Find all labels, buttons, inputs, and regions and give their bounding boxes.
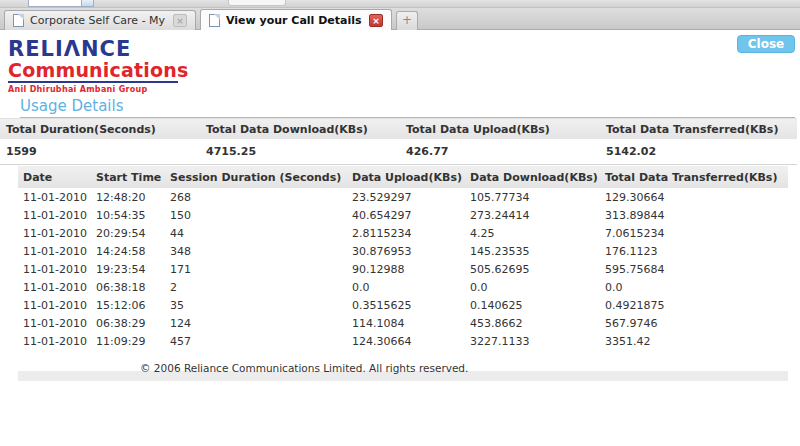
table-cell: 30.876953 [347,242,465,260]
table-cell: 7.0615234 [600,224,788,242]
summary-column-header: Total Duration(Seconds) [0,119,200,139]
close-button[interactable]: Close [737,35,795,53]
table-cell: 35 [165,296,347,314]
table-row: 11-01-201019:23:5417190.12988505.6269559… [18,260,788,278]
table-row: 11-01-201010:54:3515040.654297273.244143… [18,206,788,224]
table-row: 11-01-201006:38:1820.00.00.0 [18,278,788,296]
table-cell: 11:09:29 [91,332,165,350]
table-cell: 11-01-2010 [18,296,91,314]
page-content: RELIΛNCE Communications Anil Dhirubhai A… [0,30,800,446]
summary-value-row: 15994715.25426.775142.02 [0,139,797,165]
logo-subbrand: Communications [8,60,189,80]
table-cell: 595.75684 [600,260,788,278]
table-cell: 90.12988 [347,260,465,278]
table-cell: 11-01-2010 [18,260,91,278]
table-cell: 0.140625 [465,296,600,314]
table-cell: 505.62695 [465,260,600,278]
table-cell: 19:23:54 [91,260,165,278]
table-cell: 11-01-2010 [18,224,91,242]
table-cell: 10:54:35 [91,206,165,224]
toolbar-control-partial [228,0,286,6]
table-cell: 14:24:58 [91,242,165,260]
summary-column-header: Total Data Transferred(KBs) [600,119,800,139]
address-dropdown-partial[interactable] [28,0,94,7]
table-cell: 2 [165,278,347,296]
table-cell: 124.30664 [347,332,465,350]
summary-value: 1599 [0,139,200,164]
logo-wordmark: RELIΛNCE [8,38,189,60]
usage-table-body: 11-01-201012:48:2026823.529297105.777341… [18,188,788,350]
column-header: Data Download(KBs) [465,166,600,188]
logo-rule [8,81,178,83]
table-cell: 114.1084 [347,314,465,332]
column-header: Data Upload(KBs) [347,166,465,188]
table-cell: 457 [165,332,347,350]
page-title-rule: Usage Details [20,96,795,118]
table-cell: 453.8662 [465,314,600,332]
table-cell: 11-01-2010 [18,242,91,260]
table-cell: 313.89844 [600,206,788,224]
browser-toolbar-partial [0,0,800,8]
table-cell: 15:12:06 [91,296,165,314]
summary-column-header: Total Data Upload(KBs) [400,119,600,139]
usage-table-header-row: DateStart TimeSession Duration (Seconds)… [18,166,788,188]
summary-value: 4715.25 [200,139,400,164]
table-cell: 11-01-2010 [18,314,91,332]
table-cell: 20:29:54 [91,224,165,242]
tab-label: Corporate Self Care - My Data Usage [30,14,167,27]
copyright-text: © 2006 Reliance Communications Limited. … [140,362,468,374]
table-cell: 0.0 [600,278,788,296]
column-header: Date [18,166,91,188]
close-tab-icon[interactable]: × [369,14,383,27]
page-icon [13,14,24,27]
table-cell: 129.30664 [600,188,788,206]
chevron-down-icon[interactable] [81,0,93,6]
table-row: 11-01-201020:29:54442.81152344.257.06152… [18,224,788,242]
table-cell: 0.0 [347,278,465,296]
table-cell: 11-01-2010 [18,332,91,350]
table-row: 11-01-201014:24:5834830.876953145.235351… [18,242,788,260]
tab-label: View your Call Details [226,14,363,27]
close-tab-icon[interactable]: × [173,14,187,27]
tab-my-data-usage[interactable]: Corporate Self Care - My Data Usage × [4,10,196,30]
page-icon [209,14,220,27]
table-cell: 2.8115234 [347,224,465,242]
table-cell: 3351.42 [600,332,788,350]
table-cell: 0.0 [465,278,600,296]
summary-column-header: Total Data Download(KBs) [200,119,400,139]
table-cell: 40.654297 [347,206,465,224]
table-cell: 273.24414 [465,206,600,224]
table-cell: 124 [165,314,347,332]
logo-group-line: Anil Dhirubhai Ambani Group [8,85,189,94]
table-cell: 105.77734 [465,188,600,206]
table-cell: 3227.1133 [465,332,600,350]
tab-view-call-details[interactable]: View your Call Details × [200,9,392,30]
table-cell: 176.1123 [600,242,788,260]
tab-bar: Corporate Self Care - My Data Usage × Vi… [0,8,800,30]
table-cell: 4.25 [465,224,600,242]
summary-value: 5142.02 [600,139,800,164]
column-header: Start Time [91,166,165,188]
reliance-logo: RELIΛNCE Communications Anil Dhirubhai A… [8,38,189,94]
table-row: 11-01-201015:12:06350.35156250.1406250.4… [18,296,788,314]
table-cell: 11-01-2010 [18,278,91,296]
table-row: 11-01-201012:48:2026823.529297105.777341… [18,188,788,206]
table-cell: 06:38:18 [91,278,165,296]
table-cell: 145.23535 [465,242,600,260]
column-header: Total Data Transferred(KBs) [600,166,788,188]
table-cell: 150 [165,206,347,224]
table-cell: 567.9746 [600,314,788,332]
browser-window: Corporate Self Care - My Data Usage × Vi… [0,0,800,446]
table-cell: 12:48:20 [91,188,165,206]
new-tab-button[interactable]: + [396,11,418,30]
table-cell: 171 [165,260,347,278]
summary-value: 426.77 [400,139,600,164]
table-cell: 11-01-2010 [18,188,91,206]
table-row: 11-01-201011:09:29457124.306643227.11333… [18,332,788,350]
table-cell: 0.4921875 [600,296,788,314]
table-cell: 06:38:29 [91,314,165,332]
table-cell: 11-01-2010 [18,206,91,224]
table-cell: 268 [165,188,347,206]
table-cell: 0.3515625 [347,296,465,314]
table-row: 11-01-201006:38:29124114.1084453.8662567… [18,314,788,332]
